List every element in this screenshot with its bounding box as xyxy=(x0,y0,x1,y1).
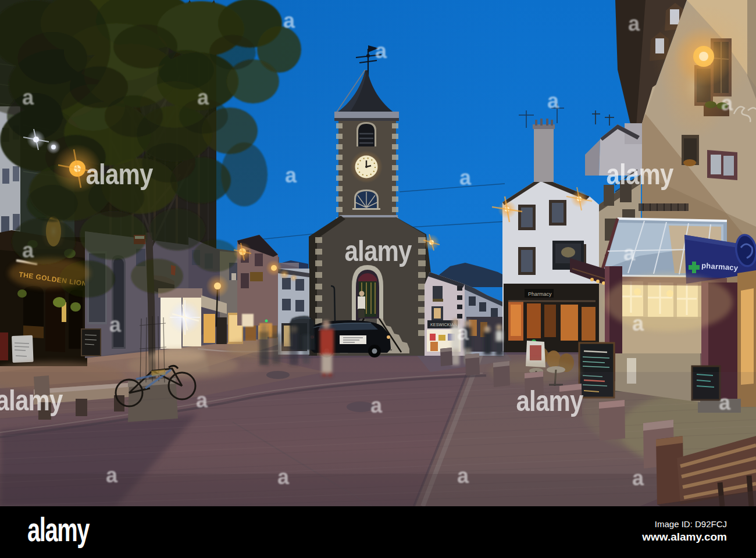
svg-text:a: a xyxy=(285,163,297,187)
svg-text:a: a xyxy=(109,313,122,337)
svg-text:a: a xyxy=(632,466,644,490)
svg-text:a: a xyxy=(632,312,644,335)
svg-text:Pharmacy: Pharmacy xyxy=(528,291,552,297)
svg-text:a: a xyxy=(375,39,387,63)
svg-text:a: a xyxy=(628,12,640,35)
svg-text:a: a xyxy=(22,238,34,262)
svg-text:a: a xyxy=(106,463,118,487)
svg-text:a: a xyxy=(721,91,733,115)
svg-text:a: a xyxy=(457,321,469,345)
svg-text:a: a xyxy=(719,391,731,414)
svg-text:a: a xyxy=(197,85,209,109)
svg-text:a: a xyxy=(283,9,295,33)
svg-text:alamy: alamy xyxy=(86,158,154,191)
svg-text:a: a xyxy=(370,394,383,417)
svg-text:alamy: alamy xyxy=(345,235,412,267)
svg-text:alamy: alamy xyxy=(516,385,584,417)
svg-text:a: a xyxy=(22,85,34,109)
svg-text:alamy: alamy xyxy=(607,158,674,191)
svg-text:alamy: alamy xyxy=(0,384,63,417)
svg-text:a: a xyxy=(196,388,208,412)
svg-text:a: a xyxy=(547,89,559,113)
svg-text:a: a xyxy=(277,465,290,489)
svg-text:a: a xyxy=(623,241,636,265)
svg-text:a: a xyxy=(459,166,472,189)
svg-text:a: a xyxy=(457,464,469,488)
